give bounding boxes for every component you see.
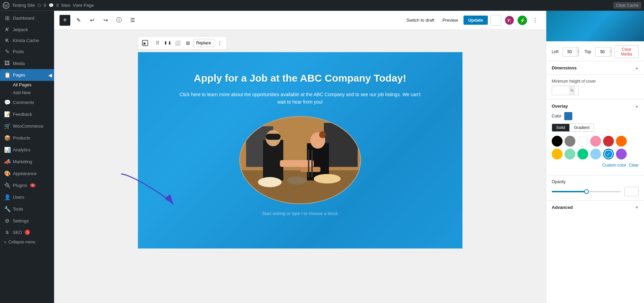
block-settings-button[interactable]: ⚙ <box>491 15 501 26</box>
swatch-pink[interactable] <box>590 136 601 147</box>
comment-icon: 💬 <box>49 3 54 8</box>
new-button[interactable]: New <box>62 3 70 8</box>
replace-button[interactable]: Replace <box>193 39 214 47</box>
kinsta-icon: K <box>4 38 10 43</box>
swatch-blue-light[interactable] <box>590 149 601 159</box>
view-page-link[interactable]: View Page <box>73 3 94 8</box>
sidebar-item-marketing[interactable]: 📣 Marketing <box>0 156 54 168</box>
opacity-value: 50 <box>624 187 639 196</box>
clear-media-button[interactable]: Clear Media <box>615 45 639 58</box>
custom-color-link[interactable]: Custom color <box>602 163 626 168</box>
wp-logo-icon: W <box>3 2 9 9</box>
swatch-green[interactable] <box>577 149 588 159</box>
align-button[interactable]: ⬜ <box>173 38 183 48</box>
sidebar-item-label: Tools <box>13 207 23 212</box>
sidebar-item-media[interactable]: 🖼 Media <box>0 58 54 69</box>
more-block-options-button[interactable]: ⋮ <box>215 38 224 48</box>
performance-button[interactable]: ⚡ <box>518 16 527 25</box>
collapse-icon: « <box>4 240 6 244</box>
sidebar-item-jetpack[interactable]: K Jetpack <box>0 24 54 35</box>
jetpack-icon: K <box>4 27 10 32</box>
sidebar-item-users[interactable]: 👤 Users <box>0 191 54 203</box>
toolbar-right: Switch to draft Preview Update ⚙ Y: ⚡ ⋮ <box>404 15 541 26</box>
preview-button[interactable]: Preview <box>440 16 461 25</box>
undo-button[interactable]: ↩ <box>87 15 97 26</box>
sidebar-item-plugins[interactable]: 🔌 Plugins 5 <box>0 179 54 191</box>
sidebar-sub-add-new[interactable]: Add New <box>0 89 54 96</box>
sidebar-item-feedback[interactable]: 📝 Feedback <box>0 108 54 120</box>
opacity-slider[interactable] <box>552 191 621 192</box>
sidebar-item-kinsta[interactable]: K Kinsta Cache <box>0 35 54 46</box>
drag-handle-button[interactable]: ⠿ <box>153 38 162 48</box>
redo-button[interactable]: ↪ <box>100 15 111 26</box>
yoast-button[interactable]: Y: <box>504 15 515 26</box>
full-width-button[interactable]: ⊞ <box>183 38 193 48</box>
info-button[interactable]: ⓘ <box>114 15 124 26</box>
overlay-type-toggle: Solid Gradient <box>552 124 639 132</box>
move-up-down-button[interactable]: ⬆⬇ <box>163 38 172 48</box>
top-position-input[interactable] <box>596 49 609 54</box>
svg-rect-24 <box>311 150 313 177</box>
dashboard-icon: ⊞ <box>4 15 10 21</box>
swatch-gray[interactable] <box>565 136 575 147</box>
solid-toggle-button[interactable]: Solid <box>552 124 570 132</box>
collapse-menu-button[interactable]: « Collapse menu <box>0 238 54 246</box>
yoast-icon: Y: <box>505 16 514 25</box>
sidebar-item-tools[interactable]: 🔧 Tools <box>0 203 54 215</box>
sidebar-item-posts[interactable]: ✎ Posts <box>0 46 54 58</box>
swatch-white[interactable] <box>577 136 588 147</box>
more-options-button[interactable]: ⋮ <box>530 15 541 26</box>
swatch-orange[interactable] <box>616 136 627 147</box>
advanced-header[interactable]: Advanced ▼ <box>552 205 639 210</box>
swatch-yellow[interactable] <box>552 149 563 159</box>
top-bar: W Testing Site ⬡ 9 💬 0 New View Page Cle… <box>0 0 644 11</box>
sidebar-item-settings[interactable]: ⚙ Settings <box>0 215 54 227</box>
sidebar-item-label: Marketing <box>13 159 32 164</box>
clear-cache-button[interactable]: Clear Cache <box>613 2 641 9</box>
sidebar-item-pages[interactable]: 📋 Pages ◀ <box>0 69 54 81</box>
sidebar-sub-all-pages[interactable]: All Pages <box>0 81 54 89</box>
overlay-color-swatch[interactable] <box>564 112 572 120</box>
dimensions-section-header[interactable]: Dimensions ▲ <box>546 61 644 75</box>
sidebar-item-dashboard[interactable]: ⊞ Dashboard <box>0 12 54 24</box>
sidebar-item-woocommerce[interactable]: 🛒 WooCommerce <box>0 120 54 132</box>
svg-point-22 <box>314 174 341 183</box>
swatch-black[interactable] <box>552 136 563 147</box>
bolt-icon: ⚡ <box>520 18 525 23</box>
settings-icon: ⚙ <box>4 218 10 224</box>
switch-to-draft-button[interactable]: Switch to draft <box>404 16 437 25</box>
comment-count: 0 <box>56 3 59 8</box>
sidebar-item-comments[interactable]: 💬 Comments <box>0 96 54 108</box>
swatch-blue-selected[interactable]: ✓ <box>603 149 614 159</box>
sidebar-item-seo[interactable]: S SEO 3 <box>0 227 54 238</box>
gradient-toggle-button[interactable]: Gradient <box>570 124 594 132</box>
sidebar-item-label: Comments <box>13 100 34 105</box>
block-type-button[interactable]: ▣ <box>140 38 150 48</box>
sidebar-item-products[interactable]: 📦 Products <box>0 132 54 144</box>
min-height-input-group: % <box>552 86 579 95</box>
editor-toolbar: + ✎ ↩ ↪ ⓘ ☰ Switch to draft Preview Upda… <box>54 11 546 30</box>
dimensions-section: Minimum height of cover % <box>546 75 644 100</box>
sidebar-item-appearance[interactable]: 🎨 Appearance <box>0 168 54 179</box>
min-height-input[interactable] <box>552 88 569 93</box>
sidebar-item-analytics[interactable]: 📊 Analytics <box>0 144 54 156</box>
swatch-purple[interactable] <box>616 149 627 159</box>
update-button[interactable]: Update <box>463 16 488 25</box>
clear-color-link[interactable]: Clear <box>629 163 639 168</box>
overlay-title: Overlay <box>552 104 568 109</box>
left-position-input[interactable] <box>563 49 576 54</box>
block-toolbar-wrapper: ▣ ⠿ ⬆⬇ ⬜ ⊞ Replace ⋮ <box>138 37 462 51</box>
edit-tool-button[interactable]: ✎ <box>73 15 84 26</box>
svg-point-20 <box>258 177 282 187</box>
add-block-button[interactable]: + <box>59 15 70 26</box>
sidebar-item-label: Feedback <box>13 112 32 117</box>
sidebar-item-label: Users <box>13 195 24 200</box>
sidebar-item-label: Posts <box>13 49 24 54</box>
swatch-red[interactable] <box>603 136 614 147</box>
cover-placeholder[interactable]: Start writing or type / to choose a bloc… <box>151 211 449 216</box>
cover-block[interactable]: Apply for a Job at the ABC Company Today… <box>138 52 462 248</box>
list-view-button[interactable]: ☰ <box>127 15 138 26</box>
swatch-green-light[interactable] <box>565 149 575 159</box>
cover-description: Click here to learn more about the oppor… <box>178 91 422 106</box>
overlay-header[interactable]: Overlay ▲ <box>552 104 639 109</box>
